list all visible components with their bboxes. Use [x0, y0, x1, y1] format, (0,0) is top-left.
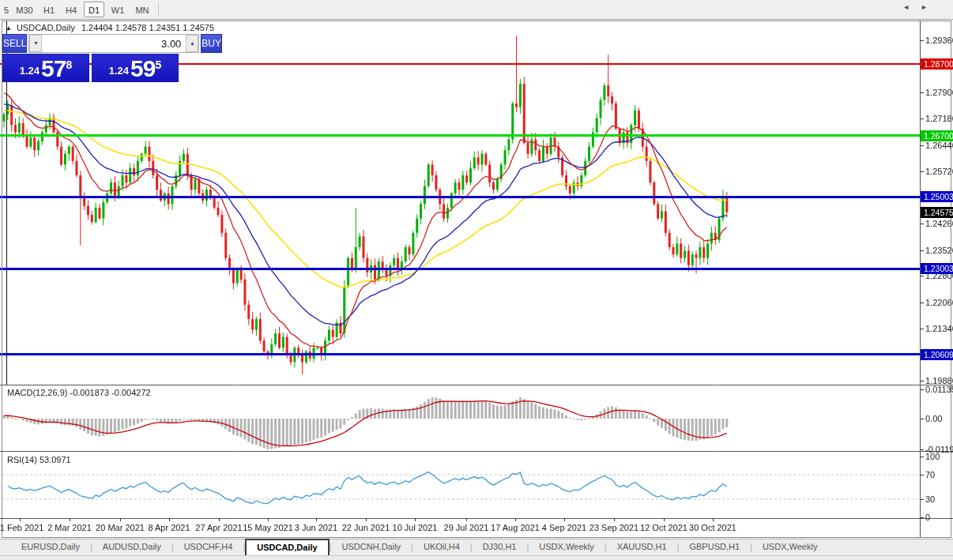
macd-indicator-label: MACD(12,26,9) -0.001873 -0.004272	[7, 388, 151, 397]
price-tick-label: 1.29360	[925, 36, 953, 45]
buy-button[interactable]: BUY	[201, 34, 222, 53]
macd-tick-label: 0.01135	[925, 385, 953, 394]
price-tick-label: 1.26440	[925, 141, 953, 150]
scroll-left-icon[interactable]: ◄	[902, 3, 921, 11]
price-badge-1.28700: 1.28700	[921, 58, 953, 70]
sell-price-pip: 8	[66, 59, 72, 70]
volume-stepper: ▼ ▲	[28, 34, 199, 53]
rsi-tick-label: 100	[925, 452, 940, 461]
chart-tab-xauusd-8[interactable]: XAUUSD,H1	[607, 539, 677, 555]
buy-price-pip: 5	[155, 59, 161, 70]
rsi-tick-label: 30	[925, 494, 935, 504]
timeframe-button-mn[interactable]: MN	[131, 2, 153, 17]
chart-window: ▲USDCAD,Daily1.24404 1.24578 1.24351 1.2…	[0, 21, 953, 538]
price-tick-label: 1.24260	[925, 219, 953, 228]
timeframe-button-m30[interactable]: M30	[13, 2, 36, 17]
chart-tab-bar: EURUSD,Daily|AUDUSD,Daily|USDCHF,H4|USDC…	[0, 539, 953, 555]
buy-price-main: 59	[130, 57, 155, 81]
buy-price-prefix: 1.24	[109, 62, 129, 81]
chart-tab-eurusd-0[interactable]: EURUSD,Daily	[11, 539, 90, 555]
buy-price-box[interactable]: 1.24 59 5	[92, 54, 179, 82]
sell-price-box[interactable]: 1.24 57 8	[2, 54, 89, 82]
price-badge-1.23003: 1.23003	[921, 263, 953, 274]
status-bar	[0, 555, 953, 560]
chart-ohlc-values: 1.24404 1.24578 1.24351 1.24575	[81, 23, 214, 32]
sell-button[interactable]: SELL	[2, 34, 27, 53]
timeframe-button-5[interactable]: 5	[2, 2, 11, 17]
price-tick-label: 1.21340	[925, 324, 953, 333]
rsi-tick-label: 0	[925, 513, 930, 522]
chart-symbol-label: USDCAD,Daily	[17, 23, 75, 32]
price-badge-1.26700: 1.26700	[921, 130, 953, 141]
chart-tab-usdchf-2[interactable]: USDCHF,H4	[174, 539, 243, 555]
chart-tab-usdcad-3[interactable]: USDCAD,Daily	[245, 539, 329, 555]
price-tick-label: 1.25720	[925, 167, 953, 176]
collapse-triangle-icon[interactable]: ▲	[6, 24, 12, 32]
chart-tab-ukoil-5[interactable]: UKOil,H4	[413, 539, 470, 555]
volume-increase-icon[interactable]: ▲	[186, 35, 198, 52]
price-badge-1.24575: 1.24575	[921, 207, 953, 218]
tab-scroll-arrows: ◄►	[902, 3, 939, 11]
price-badge-1.20609: 1.20609	[921, 349, 953, 360]
rsi-tick-label: 70	[925, 470, 935, 479]
chart-tab-usdx-10[interactable]: USDX,Weekly	[752, 539, 827, 555]
timeframe-button-h4[interactable]: H4	[62, 2, 81, 17]
chart-tab-gbpusd-9[interactable]: GBPUSD,H1	[679, 539, 750, 555]
chart-title: ▲USDCAD,Daily1.24404 1.24578 1.24351 1.2…	[6, 23, 214, 34]
rsi-indicator-label: RSI(14) 53.0971	[7, 455, 71, 464]
timeframe-toolbar: 5M30H1H4D1W1MN	[0, 0, 953, 20]
chart-tab-dj30-6[interactable]: DJ30,H1	[473, 539, 527, 555]
toolbar-separator	[158, 2, 159, 17]
price-tick-label: 1.23520	[925, 246, 953, 255]
timeframe-button-h1[interactable]: H1	[40, 2, 58, 17]
volume-input[interactable]	[42, 35, 186, 52]
price-tick-label: 1.27900	[925, 88, 953, 97]
price-badge-1.25003: 1.25003	[921, 191, 953, 202]
sell-price-prefix: 1.24	[20, 62, 40, 81]
sell-price-main: 57	[41, 57, 66, 81]
price-tick-label: 1.27180	[925, 114, 953, 123]
date-tick-label: 30 Oct 2021	[681, 523, 744, 532]
price-tick-label: 1.22060	[925, 298, 953, 307]
chart-tab-usdx-7[interactable]: USDX,Weekly	[529, 539, 604, 555]
volume-decrease-icon[interactable]: ▼	[29, 35, 42, 52]
chart-tab-usdcnh-4[interactable]: USDCNH,Daily	[332, 539, 412, 555]
one-click-trade-panel: SELL ▼ ▲ BUY 1.24 57 8 1.24 59 5	[2, 34, 179, 82]
scroll-right-icon[interactable]: ►	[921, 3, 939, 11]
macd-tick-label: 0.00	[925, 414, 942, 423]
chart-tab-audusd-1[interactable]: AUDUSD,Daily	[92, 539, 171, 555]
timeframe-button-d1[interactable]: D1	[84, 2, 104, 17]
timeframe-button-w1[interactable]: W1	[107, 2, 128, 17]
price-chart-canvas[interactable]	[0, 21, 953, 538]
